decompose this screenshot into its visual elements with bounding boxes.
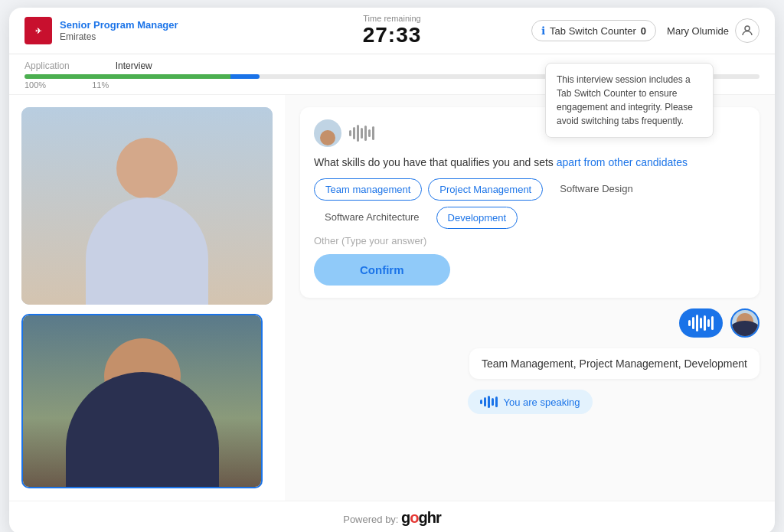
question-text-before: What skills do you have that qualifies y… [314, 156, 557, 168]
job-info: Senior Program Manager Emirates [60, 19, 178, 42]
waveform-bar-4 [361, 128, 363, 139]
sp-bar-5 [495, 397, 498, 407]
wave-b-2 [692, 317, 694, 329]
tag-project-management[interactable]: Project Management [428, 178, 543, 201]
interviewer-silhouette [21, 107, 273, 305]
company-logo: ✈ [24, 17, 52, 44]
sp-bar-4 [492, 398, 494, 406]
waveform-bar-5 [364, 126, 367, 141]
brand-name: goghr [401, 509, 441, 526]
main-content: What skills do you have that qualifies y… [9, 95, 775, 501]
speaking-bubble: You are speaking [468, 390, 593, 414]
waveform-bar-3 [357, 125, 359, 142]
user-area: Mary Olumide [667, 18, 760, 43]
wave-b-7 [711, 316, 714, 330]
tab-switch-label: Tab Switch Counter [550, 25, 636, 37]
user-body [66, 372, 219, 487]
waveform-bar-7 [372, 126, 374, 140]
wave-b-3 [696, 315, 698, 331]
wave-b-5 [704, 315, 706, 331]
user-avatar [735, 18, 760, 43]
interviewer-head [116, 138, 178, 199]
question-highlight: apart from other candidates [557, 156, 688, 168]
logo-area: ✈ Senior Program Manager Emirates [24, 17, 178, 44]
tooltip-text: This interview session includes a Tab Sw… [557, 74, 693, 126]
progress-fill-application [24, 74, 230, 79]
wave-b-1 [688, 320, 691, 326]
response-bubble: Team Management, Project Management, Dev… [469, 348, 760, 379]
job-title: Senior Program Manager [60, 19, 178, 31]
user-name: Mary Olumide [667, 25, 729, 37]
wave-b-6 [707, 319, 710, 327]
chat-panel: What skills do you have that qualifies y… [285, 95, 775, 501]
sp-bar-1 [480, 400, 482, 404]
user-avatar-chat [730, 308, 760, 338]
powered-by: Powered by: [343, 514, 398, 525]
tab-switch-counter[interactable]: ℹ Tab Switch Counter 0 [531, 20, 656, 41]
tags-row[interactable]: Team management Project Management Softw… [314, 178, 746, 229]
header-right: ℹ Tab Switch Counter 0 Mary Olumide This… [531, 18, 760, 43]
waveform-bar-1 [349, 130, 351, 136]
pct-application: 100% [24, 80, 46, 90]
tag-development[interactable]: Development [436, 207, 518, 229]
interviewer-body [86, 197, 208, 305]
waveform-bar-6 [368, 129, 371, 137]
tag-team-management[interactable]: Team management [314, 178, 422, 201]
interviewer-avatar [314, 119, 341, 147]
avatar-face [320, 130, 335, 145]
timer-area: Time remaining 27:33 [363, 14, 422, 47]
waveform-bar-2 [353, 127, 355, 139]
tab-switch-tooltip: This interview session includes a Tab Sw… [545, 63, 714, 138]
speaking-label: You are speaking [504, 397, 580, 408]
sp-bar-2 [484, 397, 486, 406]
speaking-waveform [480, 396, 498, 408]
interviewer-video [21, 107, 273, 305]
waveform-blue [679, 308, 723, 338]
video-panel [9, 95, 285, 501]
speaking-row: You are speaking [300, 390, 760, 414]
label-application: Application [24, 60, 70, 71]
tab-switch-count: 0 [641, 25, 646, 37]
other-input: Other (Type your answer) [314, 235, 746, 246]
brand-dot: o [410, 509, 418, 526]
response-row [300, 308, 760, 338]
svg-point-0 [745, 26, 750, 31]
tag-software-architecture[interactable]: Software Architecture [314, 207, 430, 229]
app-container: ✈ Senior Program Manager Emirates Time r… [9, 8, 775, 532]
progress-fill-interview [230, 74, 260, 79]
pct-interview: 11% [92, 80, 109, 90]
company-name: Emirates [60, 31, 178, 42]
header: ✈ Senior Program Manager Emirates Time r… [9, 8, 775, 54]
info-icon: ℹ [541, 24, 545, 37]
timer-value: 27:33 [363, 23, 422, 47]
footer: Powered by: goghr [9, 501, 775, 532]
question-text: What skills do you have that qualifies y… [314, 155, 746, 171]
waveform-small [349, 124, 374, 142]
user-face [23, 315, 261, 487]
timer-label: Time remaining [363, 14, 422, 23]
label-interview: Interview [116, 60, 152, 71]
wave-b-4 [700, 318, 702, 328]
response-bubble-row: Team Management, Project Management, Dev… [300, 348, 760, 379]
tag-software-design[interactable]: Software Design [549, 178, 643, 201]
sp-bar-3 [488, 396, 490, 408]
interviewer-figure [21, 107, 273, 305]
confirm-button[interactable]: Confirm [314, 254, 450, 286]
user-video [21, 314, 263, 488]
